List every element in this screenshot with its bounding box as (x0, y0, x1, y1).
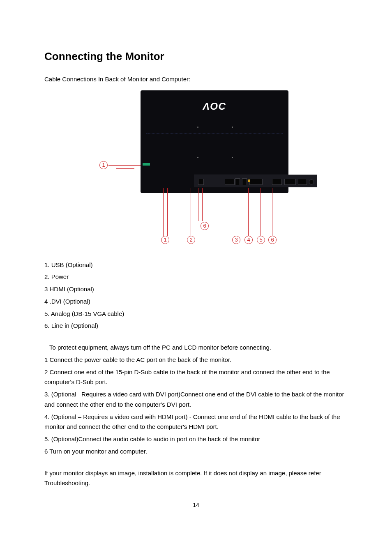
page-title: Connecting the Monitor (44, 48, 348, 65)
callout-line (248, 188, 249, 236)
step-item: 1 Connect the power cable to the AC port… (44, 355, 348, 365)
port-mid-illustration (249, 179, 263, 185)
connection-diagram: 1 ΛOC (99, 90, 293, 249)
screw-dot (232, 157, 233, 158)
legend-item: 1. USB (Optional) (44, 260, 348, 270)
callout-line (191, 188, 191, 236)
screw-dot (232, 127, 233, 128)
connector-panel (194, 175, 317, 187)
step-item: 2 Connect one end of the 15-pin D-Sub ca… (44, 367, 348, 388)
port-power-illustration (225, 179, 235, 185)
callout-bottom-6: 6 (268, 236, 277, 244)
callout-line (108, 165, 141, 166)
horizontal-rule (44, 33, 348, 33)
port-hdmi-illustration (272, 179, 282, 185)
callout-line (163, 188, 164, 236)
callout-mid-6: 6 (201, 222, 209, 230)
callout-line (236, 188, 236, 236)
monitor-back-illustration: ΛOC (141, 90, 288, 193)
callout-bottom-5: 5 (257, 236, 265, 244)
callout-bottom-3: 3 (232, 236, 240, 244)
instruction-steps: To protect equipment, always turn off th… (44, 343, 348, 457)
legend-item: 3 HDMI (Optional) (44, 284, 348, 295)
document-page: Connecting the Monitor Cable Connections… (0, 0, 392, 555)
port-socket-illustration (235, 178, 240, 185)
vent-band (146, 121, 283, 134)
port-vga-illustration (298, 179, 307, 185)
step-item: 3. (Optional –Requires a video card with… (44, 389, 348, 410)
brand-logo: ΛOC (141, 98, 288, 115)
usb-port-illustration (143, 163, 150, 166)
callout-line (261, 188, 261, 236)
page-number: 14 (0, 500, 392, 510)
indicator-dot (248, 180, 250, 182)
step-item: 5. (Optional)Connect the audio cable to … (44, 434, 348, 444)
port-socket-illustration (242, 178, 247, 185)
callout-line (198, 188, 198, 221)
port-usb-illustration (198, 179, 204, 185)
step-item: 4. (Optional – Requires a video card wit… (44, 412, 348, 433)
port-dvi-illustration (284, 179, 296, 185)
callout-line (272, 188, 272, 236)
legend-item: 2. Power (44, 272, 348, 282)
steps-lead: To protect equipment, always turn off th… (44, 343, 348, 353)
legend-item: 6. Line in (Optional) (44, 321, 348, 331)
closing-note: If your monitor displays an image, insta… (44, 468, 348, 489)
step-item: 6 Turn on your monitor and computer. (44, 447, 348, 457)
callout-line (116, 168, 134, 169)
port-legend: 1. USB (Optional) 2. Power 3 HDMI (Optio… (44, 260, 348, 332)
callout-bottom-4: 4 (244, 236, 253, 244)
legend-item: 4 .DVI (Optional) (44, 297, 348, 307)
port-audio-illustration (309, 180, 314, 184)
callout-side-1: 1 (99, 161, 108, 169)
legend-item: 5. Analog (DB-15 VGA cable) (44, 309, 348, 319)
callout-line (167, 188, 168, 236)
callout-bottom-2: 2 (187, 236, 195, 244)
callout-bottom-1: 1 (161, 236, 169, 244)
screw-dot (197, 127, 198, 128)
screw-dot (197, 157, 198, 158)
intro-text: Cable Connections In Back of Monitor and… (44, 74, 348, 85)
callout-line (202, 188, 203, 221)
